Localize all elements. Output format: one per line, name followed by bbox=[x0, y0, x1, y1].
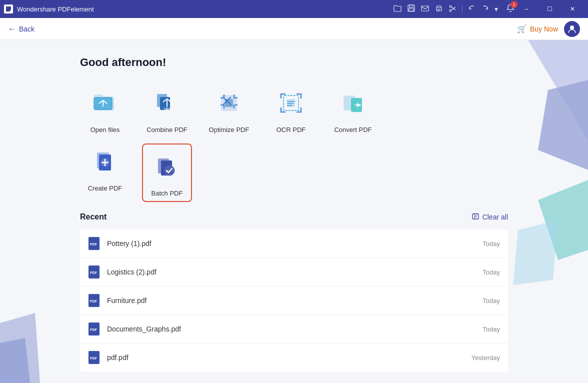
scissors-icon[interactable] bbox=[449, 5, 456, 14]
toolbar-icons: ▾ bbox=[394, 4, 498, 14]
svg-marker-13 bbox=[538, 80, 588, 170]
create-pdf-label: Create PDF bbox=[88, 184, 122, 192]
create-pdf-icon bbox=[87, 144, 123, 180]
svg-marker-17 bbox=[0, 338, 30, 383]
svg-text:PDF: PDF bbox=[90, 242, 98, 246]
undo-icon[interactable] bbox=[468, 5, 476, 14]
back-arrow-icon: ← bbox=[8, 24, 16, 34]
optimize-pdf-icon bbox=[211, 85, 247, 121]
combine-pdf-action[interactable]: Combine PDF bbox=[142, 85, 192, 134]
svg-rect-41 bbox=[472, 214, 478, 219]
redo-icon[interactable] bbox=[482, 5, 488, 14]
file-item[interactable]: PDF Logistics (2).pdf Today bbox=[80, 258, 508, 286]
optimize-pdf-action[interactable]: Optimize PDF bbox=[204, 85, 254, 134]
svg-rect-6 bbox=[438, 10, 440, 10]
recent-header: Recent Clear all bbox=[80, 212, 508, 222]
create-pdf-action[interactable]: Create PDF bbox=[80, 144, 130, 202]
ocr-pdf-label: OCR PDF bbox=[276, 126, 306, 134]
decorative-shapes-left bbox=[0, 283, 60, 383]
open-files-icon bbox=[87, 85, 123, 121]
svg-point-7 bbox=[450, 10, 452, 12]
buy-now-label: Buy Now bbox=[530, 25, 558, 33]
save-icon[interactable] bbox=[408, 4, 415, 14]
svg-text:PDF: PDF bbox=[90, 328, 98, 332]
svg-rect-23 bbox=[225, 99, 233, 107]
file-name: Documents_Graphs.pdf bbox=[107, 325, 482, 333]
svg-rect-3 bbox=[422, 6, 428, 11]
top-nav: ← Back 🛒 Buy Now bbox=[0, 18, 588, 40]
ocr-pdf-action[interactable]: OCR PDF bbox=[266, 85, 316, 134]
open-files-action[interactable]: Open files bbox=[80, 85, 130, 134]
svg-rect-2 bbox=[409, 8, 414, 11]
batch-pdf-label: Batch PDF bbox=[152, 190, 183, 197]
svg-rect-20 bbox=[160, 97, 170, 110]
ocr-pdf-icon bbox=[273, 85, 309, 121]
clear-all-label: Clear all bbox=[482, 213, 508, 221]
app-logo bbox=[4, 4, 13, 14]
actions-row2: Create PDF Batch PDF bbox=[80, 144, 508, 202]
svg-marker-16 bbox=[0, 313, 40, 383]
file-date: Today bbox=[482, 268, 500, 276]
buy-now-button[interactable]: 🛒 Buy Now bbox=[517, 24, 558, 34]
clear-all-button[interactable]: Clear all bbox=[472, 212, 508, 222]
file-date: Today bbox=[482, 240, 500, 248]
file-name: Furniture.pdf bbox=[107, 296, 482, 304]
file-date: Today bbox=[482, 326, 500, 333]
svg-text:PDF: PDF bbox=[90, 356, 98, 360]
svg-text:PDF: PDF bbox=[90, 271, 98, 274]
file-date: Yesterday bbox=[472, 354, 500, 362]
close-button[interactable]: ✕ bbox=[561, 0, 584, 18]
file-item[interactable]: PDF Documents_Graphs.pdf Today bbox=[80, 315, 508, 344]
file-item[interactable]: PDF Furniture.pdf Today bbox=[80, 286, 508, 315]
file-name: Logistics (2).pdf bbox=[107, 268, 482, 276]
convert-pdf-action[interactable]: Convert PDF bbox=[328, 85, 378, 134]
maximize-button[interactable]: ☐ bbox=[538, 0, 561, 18]
pdf-file-icon: PDF bbox=[88, 265, 100, 279]
main-content: Good afternoon! Open files bbox=[0, 40, 588, 383]
file-item[interactable]: PDF pdf.pdf Yesterday bbox=[80, 344, 508, 372]
notification-bell[interactable]: 1 bbox=[506, 4, 515, 14]
svg-marker-15 bbox=[513, 220, 558, 285]
recent-title: Recent bbox=[80, 212, 106, 222]
file-date: Today bbox=[482, 297, 500, 304]
pdf-file-icon: PDF bbox=[88, 350, 100, 364]
pdf-file-icon: PDF bbox=[88, 236, 100, 250]
convert-pdf-icon bbox=[335, 85, 371, 121]
actions-row1: Open files Combine PDF bbox=[80, 85, 508, 134]
svg-point-8 bbox=[450, 6, 452, 8]
pdf-file-icon: PDF bbox=[88, 294, 100, 308]
svg-rect-5 bbox=[438, 9, 440, 10]
greeting-text: Good afternoon! bbox=[80, 56, 508, 69]
svg-marker-14 bbox=[538, 180, 588, 260]
file-name: Pottery (1).pdf bbox=[107, 240, 482, 248]
back-label: Back bbox=[19, 25, 34, 33]
topnav-right: 🛒 Buy Now bbox=[517, 21, 580, 37]
window-controls: 1 – ☐ ✕ bbox=[506, 0, 584, 18]
notification-count: 1 bbox=[510, 1, 518, 8]
svg-point-11 bbox=[570, 26, 574, 30]
user-avatar[interactable] bbox=[564, 21, 580, 37]
svg-rect-1 bbox=[410, 5, 413, 8]
clear-icon bbox=[472, 212, 480, 222]
svg-marker-12 bbox=[528, 40, 588, 140]
optimize-pdf-label: Optimize PDF bbox=[209, 126, 250, 134]
file-list: PDF Pottery (1).pdf Today PDF Logistics … bbox=[80, 230, 508, 372]
open-files-label: Open files bbox=[90, 126, 120, 134]
back-button[interactable]: ← Back bbox=[8, 24, 34, 34]
convert-pdf-label: Convert PDF bbox=[334, 126, 372, 134]
folder-icon[interactable] bbox=[394, 5, 402, 14]
batch-pdf-icon bbox=[149, 148, 185, 184]
recent-section: Recent Clear all PDF bbox=[80, 212, 508, 372]
dropdown-icon[interactable]: ▾ bbox=[494, 5, 498, 13]
cart-icon: 🛒 bbox=[517, 24, 527, 34]
svg-text:PDF: PDF bbox=[90, 300, 98, 303]
file-item[interactable]: PDF Pottery (1).pdf Today bbox=[80, 230, 508, 258]
batch-pdf-action[interactable]: Batch PDF bbox=[142, 144, 192, 202]
app-title: Wondershare PDFelement bbox=[17, 6, 394, 13]
minimize-button[interactable]: – bbox=[515, 0, 538, 18]
pdf-file-icon: PDF bbox=[88, 322, 100, 336]
combine-pdf-icon bbox=[149, 85, 185, 121]
print-icon[interactable] bbox=[435, 5, 443, 14]
mail-icon[interactable] bbox=[421, 5, 429, 13]
file-name: pdf.pdf bbox=[107, 354, 472, 362]
